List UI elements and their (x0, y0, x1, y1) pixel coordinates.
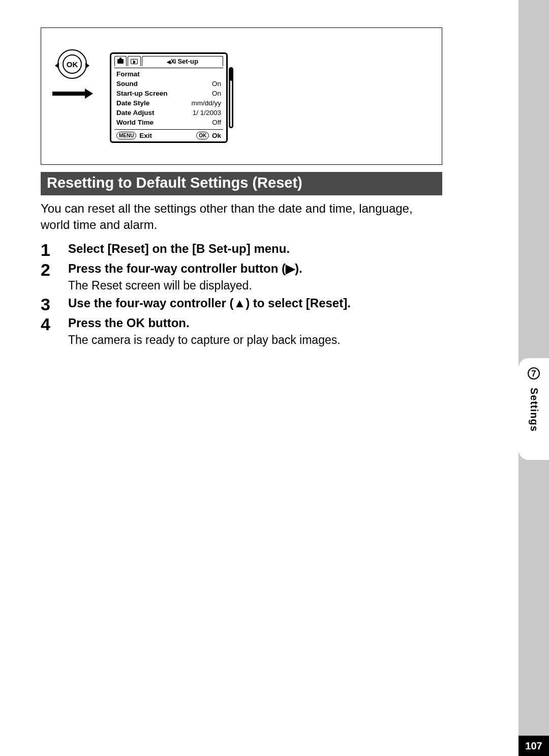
chapter-tab: 7 Settings (518, 358, 549, 460)
camera-lcd: Xi Set-up Format SoundOn Start-up Screen… (110, 52, 228, 143)
step-2: 2 Press the four-way controller button (… (41, 260, 442, 294)
page-content: OK Xi Set-up Format SoundOn S (41, 27, 442, 348)
menu-row: Date Adjust1/ 1/2003 (116, 108, 221, 118)
step-number: 1 (41, 241, 55, 259)
tools-icon: Xi (167, 58, 175, 65)
lcd-scroll-thumb (230, 69, 232, 81)
play-tab-icon (128, 56, 141, 66)
menu-row: Format (116, 69, 221, 79)
ok-button-icon: OK (196, 132, 209, 139)
step-number: 4 (41, 315, 55, 334)
menu-row: SoundOn (116, 79, 221, 89)
side-rail: 7 Settings 107 (518, 0, 549, 756)
setup-tab: Xi Set-up (142, 56, 223, 66)
steps-list: 1 Select [Reset] on the [B Set-up] menu.… (41, 241, 442, 348)
page-number: 107 (518, 736, 549, 756)
step-title: Press the OK button. (68, 315, 341, 331)
step-desc: The Reset screen will be displayed. (68, 278, 302, 294)
menu-row: Start-up ScreenOn (116, 89, 221, 98)
intro-text: You can reset all the settings other tha… (41, 200, 442, 234)
step-desc: The camera is ready to capture or play b… (68, 332, 341, 348)
menu-row: Date Stylemm/dd/yy (116, 98, 221, 108)
wrench-icon: B (196, 241, 205, 257)
setup-tab-label: Set-up (177, 57, 198, 65)
illustration-box: OK Xi Set-up Format SoundOn S (41, 27, 442, 165)
chapter-label: Settings (528, 388, 540, 432)
step-number: 2 (41, 260, 55, 279)
lcd-footer: MENU Exit OK Ok (114, 129, 223, 139)
lcd-tabs: Xi Set-up (114, 56, 223, 66)
chapter-number: 7 (528, 367, 540, 380)
step-title: Use the four-way controller (▲) to selec… (68, 295, 351, 311)
section-heading: Resetting to Default Settings (Reset) (41, 172, 442, 195)
step-4: 4 Press the OK button. The camera is rea… (41, 315, 442, 348)
step-number: 3 (41, 295, 55, 314)
menu-row: World TimeOff (116, 118, 221, 127)
camera-tab-icon (114, 56, 127, 66)
ok-confirm: OK Ok (196, 132, 221, 139)
menu-exit: MENU Exit (116, 132, 152, 139)
menu-button-icon: MENU (116, 132, 136, 139)
step-3: 3 Use the four-way controller (▲) to sel… (41, 295, 442, 314)
ok-dial-icon: OK (57, 49, 87, 79)
lcd-menu: Format SoundOn Start-up ScreenOn Date St… (114, 69, 223, 127)
step-1: 1 Select [Reset] on the [B Set-up] menu. (41, 241, 442, 259)
ok-dial-label: OK (63, 54, 82, 74)
arrow-right-icon (52, 90, 93, 97)
step-title: Press the four-way controller button (▶)… (68, 260, 302, 277)
step-title: Select [Reset] on the [B Set-up] menu. (68, 241, 290, 257)
lcd-scrollbar (229, 67, 233, 128)
